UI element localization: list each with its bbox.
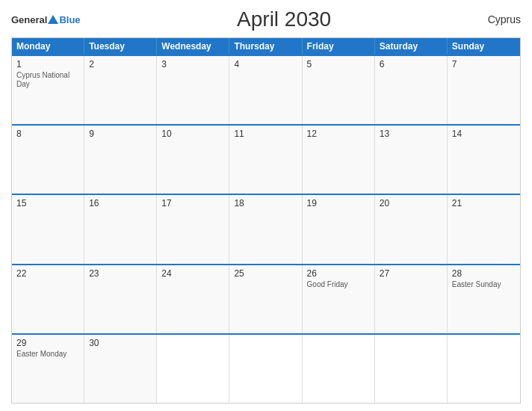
header-saturday: Saturday	[375, 38, 448, 55]
cell-w5-mon: 29 Easter Monday	[12, 335, 84, 403]
header-thursday: Thursday	[229, 38, 302, 55]
cell-w1-wed: 3	[157, 56, 229, 124]
header-wednesday: Wednesday	[157, 38, 229, 55]
logo: General Blue	[11, 14, 81, 25]
week-3: 15 16 17 18 19 20 21	[12, 194, 520, 263]
cell-w3-thu: 18	[229, 195, 302, 263]
calendar-body: 1 Cyprus National Day 2 3 4 5 6	[12, 55, 520, 403]
cell-w2-wed: 10	[157, 126, 229, 194]
logo-blue-text: Blue	[59, 14, 80, 25]
cell-w5-sat	[375, 335, 448, 403]
cell-w1-fri: 5	[303, 56, 375, 124]
cell-w3-tue: 16	[84, 195, 157, 263]
country-label: Cyprus	[488, 13, 521, 25]
cell-w1-thu: 4	[229, 56, 302, 124]
header-tuesday: Tuesday	[84, 38, 157, 55]
calendar-header: Monday Tuesday Wednesday Thursday Friday…	[12, 38, 520, 55]
cell-w1-tue: 2	[84, 56, 157, 124]
page: General Blue April 2030 Cyprus Monday Tu…	[0, 0, 532, 411]
cell-w5-wed	[157, 335, 229, 403]
cell-w1-sat: 6	[375, 56, 448, 124]
header-friday: Friday	[303, 38, 375, 55]
cell-w3-fri: 19	[303, 195, 375, 263]
cell-w4-thu: 25	[229, 265, 302, 333]
cell-w3-sat: 20	[375, 195, 448, 263]
logo-triangle-icon	[48, 15, 58, 24]
cell-w5-fri	[303, 335, 375, 403]
cell-w4-fri: 26 Good Friday	[303, 265, 375, 333]
cell-w5-thu	[229, 335, 302, 403]
logo-general-text: General	[11, 14, 47, 25]
cell-w4-mon: 22	[12, 265, 84, 333]
cell-w5-tue: 30	[84, 335, 157, 403]
calendar: Monday Tuesday Wednesday Thursday Friday…	[11, 37, 521, 404]
cell-w5-sun	[448, 335, 520, 403]
header: General Blue April 2030 Cyprus	[11, 7, 521, 31]
cell-w2-fri: 12	[303, 126, 375, 194]
week-2: 8 9 10 11 12 13 14	[12, 124, 520, 194]
week-4: 22 23 24 25 26 Good Friday 27	[12, 264, 520, 333]
calendar-title: April 2030	[237, 7, 331, 31]
cell-w4-wed: 24	[157, 265, 229, 333]
cell-w4-sat: 27	[375, 265, 448, 333]
header-monday: Monday	[12, 38, 84, 55]
cell-w1-sun: 7	[448, 56, 520, 124]
cell-w4-tue: 23	[84, 265, 157, 333]
week-5: 29 Easter Monday 30	[12, 333, 520, 403]
cell-w3-sun: 21	[448, 195, 520, 263]
header-sunday: Sunday	[448, 38, 520, 55]
cell-w1-mon: 1 Cyprus National Day	[12, 56, 84, 124]
cell-w3-mon: 15	[12, 195, 84, 263]
cell-w2-sat: 13	[375, 126, 448, 194]
week-1: 1 Cyprus National Day 2 3 4 5 6	[12, 55, 520, 124]
cell-w4-sun: 28 Easter Sunday	[448, 265, 520, 333]
cell-w2-tue: 9	[84, 126, 157, 194]
cell-w3-wed: 17	[157, 195, 229, 263]
cell-w2-sun: 14	[448, 126, 520, 194]
cell-w2-mon: 8	[12, 126, 84, 194]
cell-w2-thu: 11	[229, 126, 302, 194]
